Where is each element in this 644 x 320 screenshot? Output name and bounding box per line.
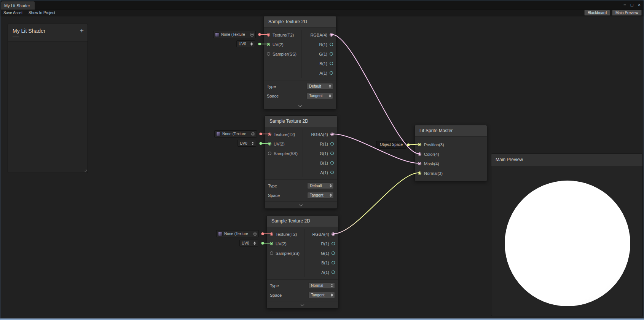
port-label: UV(2) (273, 42, 284, 47)
close-icon[interactable]: × (638, 2, 641, 8)
type-dropdown[interactable]: Default (306, 83, 333, 90)
port-label: Normal(3) (424, 171, 443, 176)
texture-slot-pill-3[interactable]: None (Texture (216, 230, 259, 237)
space-dropdown[interactable]: Tangent (306, 93, 333, 99)
chevron-down-icon (299, 203, 303, 206)
port-g-output[interactable] (330, 152, 334, 155)
preview-sphere[interactable] (505, 181, 630, 306)
node-sample-texture-2d-1[interactable]: Sample Texture 2D Texture(T2) UV(2) Samp… (263, 16, 336, 109)
blackboard-body (8, 42, 88, 173)
blackboard-title: My Lit Shader (13, 28, 83, 34)
blackboard-header[interactable]: My Lit Shader + (8, 24, 88, 42)
expand-preview-button[interactable] (267, 301, 338, 308)
main-preview-panel[interactable]: Main Preview (491, 154, 643, 316)
port-r-output[interactable] (330, 142, 334, 146)
add-property-button[interactable]: + (80, 27, 84, 34)
port-uv-input[interactable] (270, 242, 273, 245)
node-ports: Texture(T2) UV(2) Sampler(SS) RGBA(4) R(… (265, 127, 337, 179)
type-dropdown[interactable]: Default (307, 182, 334, 189)
object-picker-icon[interactable] (250, 33, 254, 37)
space-value: Tangent (311, 293, 325, 297)
input-ports-column: Texture(T2) UV(2) Sampler(SS) (267, 229, 304, 277)
object-picker-icon[interactable] (253, 232, 257, 236)
port-sampler-input[interactable] (270, 251, 273, 255)
port-color-input[interactable] (418, 152, 421, 156)
texture-slot-pill-2[interactable]: None (Texture (214, 130, 257, 138)
port-a-output[interactable] (332, 270, 335, 274)
port-label: A(1) (320, 170, 328, 175)
dropdown-arrows-icon (331, 284, 333, 287)
port-label: B(1) (321, 261, 329, 265)
type-dropdown[interactable]: Normal (308, 282, 335, 289)
chevron-down-icon (298, 103, 302, 107)
main-preview-title[interactable]: Main Preview (491, 154, 642, 166)
window-titlebar: My Lit Shader ≡ □ × (0, 0, 644, 10)
maximize-icon[interactable]: □ (631, 2, 633, 8)
port-texture-input[interactable] (268, 133, 271, 136)
dropdown-arrows-icon (329, 85, 331, 88)
port-label: A(1) (319, 71, 327, 75)
texture-slot-label: None (Texture (224, 232, 252, 236)
expand-preview-button[interactable] (265, 201, 337, 208)
space-value: Tangent (309, 94, 323, 98)
port-uv-input[interactable] (267, 43, 270, 46)
type-label: Type (268, 184, 277, 188)
uv-channel-dropdown-2[interactable]: UV0 (238, 140, 256, 147)
blackboard-toggle-button[interactable]: Blackboard (584, 10, 610, 16)
node-title[interactable]: Lit Sprite Master (415, 125, 487, 137)
port-texture-input[interactable] (270, 232, 273, 236)
port-label: Texture(T2) (274, 132, 295, 137)
node-ports: Texture(T2) UV(2) Sampler(SS) RGBA(4) R(… (267, 227, 338, 279)
dropdown-arrows-icon (331, 293, 333, 297)
show-in-project-button[interactable]: Show In Project (26, 10, 58, 16)
port-rgba-output[interactable] (332, 232, 335, 236)
port-g-output[interactable] (332, 251, 335, 255)
save-asset-button[interactable]: Save Asset (0, 10, 26, 16)
node-title[interactable]: Sample Texture 2D (267, 216, 338, 227)
main-preview-toggle-button[interactable]: Main Preview (612, 10, 642, 16)
blackboard-panel[interactable]: My Lit Shader + (8, 24, 88, 173)
uv-channel-dropdown-3[interactable]: UV0 (239, 240, 258, 246)
space-dropdown[interactable]: Tangent (307, 192, 334, 198)
port-g-output[interactable] (330, 52, 333, 56)
port-b-output[interactable] (330, 161, 334, 165)
port-label: G(1) (319, 52, 327, 56)
space-dropdown[interactable]: Tangent (308, 292, 335, 298)
port-label: Sampler(SS) (276, 251, 300, 256)
port-a-output[interactable] (330, 71, 333, 75)
port-r-output[interactable] (330, 43, 333, 46)
node-sample-texture-2d-3[interactable]: Sample Texture 2D Texture(T2) UV(2) Samp… (266, 215, 338, 309)
expand-preview-button[interactable] (264, 102, 336, 109)
port-a-output[interactable] (330, 171, 334, 174)
port-normal-input[interactable] (418, 171, 421, 175)
port-texture-input[interactable] (267, 33, 270, 37)
port-r-output[interactable] (332, 242, 335, 245)
position-space-pill[interactable]: Object Space (376, 141, 406, 149)
port-label: Texture(T2) (276, 232, 297, 237)
texture-slot-label: None (Texture (222, 132, 250, 136)
node-lit-sprite-master[interactable]: Lit Sprite Master Position(3) Color(4) M… (414, 125, 487, 181)
port-sampler-input[interactable] (268, 152, 271, 155)
port-rgba-output[interactable] (330, 133, 334, 136)
port-label: RGBA(4) (311, 132, 328, 137)
space-value: Tangent (310, 193, 324, 197)
port-uv-input[interactable] (268, 142, 271, 146)
port-position-input[interactable] (418, 143, 421, 146)
port-rgba-output[interactable] (330, 33, 333, 37)
texture-slot-label: None (Texture (221, 32, 249, 37)
port-sampler-input[interactable] (267, 52, 270, 56)
window-tab[interactable]: My Lit Shader (1, 2, 35, 10)
uv-channel-dropdown-1[interactable]: UV0 (236, 40, 255, 47)
port-b-output[interactable] (330, 62, 333, 65)
node-title[interactable]: Sample Texture 2D (264, 16, 336, 28)
object-picker-icon[interactable] (251, 132, 255, 136)
window-menu-icon[interactable]: ≡ (623, 2, 626, 8)
input-ports-column: Texture(T2) UV(2) Sampler(SS) (264, 30, 301, 78)
node-title[interactable]: Sample Texture 2D (265, 116, 337, 127)
texture-slot-pill-1[interactable]: None (Texture (213, 31, 256, 38)
port-b-output[interactable] (332, 261, 335, 264)
node-sample-texture-2d-2[interactable]: Sample Texture 2D Texture(T2) UV(2) Samp… (265, 115, 337, 209)
type-label: Type (270, 283, 279, 288)
port-mask-input[interactable] (418, 162, 421, 165)
port-label: Color(4) (424, 152, 439, 157)
